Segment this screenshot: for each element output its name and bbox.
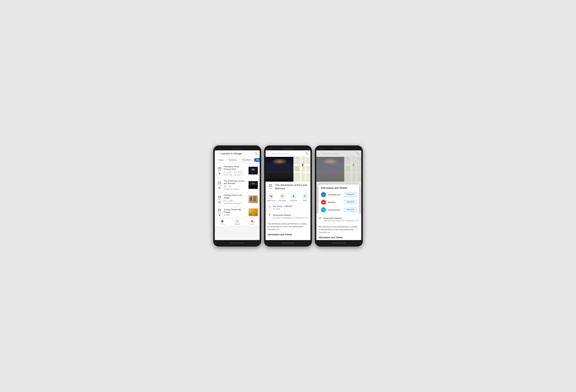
info-tickets-heading-3: Information and Tickets — [318, 235, 359, 240]
search-icon-1[interactable]: 🔍 — [255, 152, 258, 155]
venue-main-3: Snickerpark Stadium — [323, 217, 358, 220]
phone-2-header: ← Search for events 🔍 — [265, 150, 311, 157]
phone-3-camera — [321, 148, 322, 149]
share-icon: ⬆ — [304, 195, 306, 198]
event-title-section-2: 21 JUL The Adventures of Kira and Morris… — [265, 182, 311, 191]
action-get-tickets[interactable]: 🎫 Get tickets — [277, 193, 288, 201]
event-sub2-3: Union Park · Chicago, IL — [224, 202, 247, 205]
phone-2-speaker — [283, 148, 293, 149]
event-title-date-num-2: 21 — [268, 183, 274, 187]
event-item-1[interactable]: 20 JUL 🔖 Pitchspoon Music Festival 2018 … — [215, 164, 260, 178]
action-directions[interactable]: ◆ Directions — [288, 193, 299, 201]
chip-tomorrow[interactable]: Tomorrow — [227, 158, 239, 162]
nav-saved-label: Saved — [250, 223, 254, 225]
action-buttons-2: 🔖 Saved event 🎫 Get tickets ◆ Directions… — [265, 191, 311, 203]
phone-2: ← Search for events 🔍 📍 sheypar... — [264, 145, 312, 247]
phone-1-home-bar — [230, 243, 244, 243]
hero-concert-image — [265, 157, 293, 182]
below-popup-section: 📍 Snickerpark Stadium 100 West Snickerpa… — [316, 213, 361, 240]
clock-icon-2: 🕐 — [268, 205, 271, 208]
ticket-site-1: Ticketsite.com — [328, 194, 342, 196]
save-icon-2[interactable]: 🔖 — [217, 186, 222, 189]
tickets-popup: Information and Tickets 🏷 Ticketsite.com… — [318, 184, 359, 213]
info-tickets-heading-2: Information and Tickets — [265, 232, 311, 237]
map-road-v1 — [300, 157, 301, 182]
filter-chips-1: Today Tomorrow This Week This Weekend — [215, 157, 260, 163]
location-icon-2: 📍 — [268, 214, 271, 217]
save-icon-3[interactable]: 🔖 — [217, 201, 222, 203]
venue-row-2: 📍 Snickerpark Stadium 100 West Snickerpa… — [268, 212, 308, 221]
event-date-4: 22 JUL 🔖 — [217, 208, 222, 216]
phone-3-bottom-bar — [316, 242, 361, 244]
nav-for-you-label: For You — [220, 223, 225, 225]
phone-1-speaker — [232, 148, 243, 149]
tickets-icon: 🎫 — [281, 195, 284, 198]
event-date-month-4: JUL — [217, 211, 222, 213]
nav-saved[interactable]: 🔖 Saved — [245, 219, 260, 225]
saved-event-icon: 🔖 — [268, 193, 274, 199]
save-icon-4[interactable]: 🔖 — [217, 214, 222, 216]
action-share[interactable]: ⬆ Share — [299, 193, 311, 201]
save-icon-1[interactable]: 🔖 — [217, 172, 222, 175]
phone-2-camera — [270, 148, 272, 149]
detail-section-2: 🕐 Sat, Jul 21, 7 PM EDT in 2 days 📍 Snic… — [265, 203, 311, 232]
event-date-3: 22 JUL 🔖 — [217, 195, 222, 203]
ticket-btn-3[interactable]: TICKETS — [344, 208, 357, 212]
ticket-logo-2: ★ — [321, 200, 326, 205]
event-sub1-2: Sat, 7 PM — [224, 185, 247, 187]
ticket-logo-1: 🏷 — [321, 192, 326, 197]
event-date-month-3: JUL — [217, 198, 222, 200]
venue-info-2: Snickerpark Stadium 100 West Snickerpark… — [273, 214, 308, 219]
phone-2-home-bar — [281, 243, 295, 243]
action-saved-event[interactable]: 🔖 Saved event — [265, 193, 277, 201]
share-label: Share — [303, 200, 307, 201]
event-date-2: 21 JUL 🔖 — [217, 181, 222, 189]
stage-light — [271, 158, 288, 165]
event-name-1: Pitchspoon Music Festival 2018 — [224, 165, 247, 171]
event-name-3: Painting Class in the Studio — [224, 194, 247, 199]
back-button-2[interactable]: ← — [267, 152, 270, 155]
venue-row-3: 📍 Snickerpark Stadium 100 West Snickerpa… — [318, 215, 359, 224]
nav-for-you[interactable]: ➕ For You — [215, 219, 230, 225]
get-tickets-label: Get tickets — [279, 200, 286, 201]
phone-1-bottom-bar — [215, 242, 260, 244]
ticket-row-2: ★ DealHub TICKETS — [318, 198, 359, 206]
back-button-1[interactable]: ← — [217, 152, 219, 155]
hero-map[interactable]: 📍 sheypar... — [293, 157, 311, 182]
saved-event-label: Saved event — [267, 200, 275, 201]
directions-icon: ◆ — [293, 195, 294, 198]
chip-this-week[interactable]: This Week — [240, 158, 253, 162]
directions-icon-wrap: ◆ — [291, 193, 296, 199]
ticket-site-2: DealHub — [328, 201, 342, 203]
for-you-icon: ➕ — [221, 219, 224, 223]
event-date-month-1: JUL — [217, 170, 222, 172]
event-sub2-1: Union Park · Chicago, IL — [224, 174, 247, 176]
ticket-btn-2[interactable]: TICKETS — [344, 200, 357, 204]
chip-this-weekend[interactable]: This Weekend — [254, 158, 260, 162]
map-pin-2: 📍 — [301, 164, 305, 168]
event-date-num-2: 21 — [217, 181, 222, 184]
event-thumb-3 — [249, 195, 258, 203]
ticket-btn-1[interactable]: TICKETS — [344, 193, 357, 196]
event-name-2: The Adventures of Kira and Morrison — [224, 180, 247, 185]
event-sub2-2: Snickerpark Stadium — [224, 188, 247, 190]
ticket-row-1: 🏷 Ticketsite.com TICKETS — [318, 191, 359, 198]
event-date-num-1: 20 — [217, 167, 222, 170]
phone-3-screen: ← Search for events 🔍 📍 sh — [316, 150, 361, 240]
search-placeholder-2[interactable]: Search for events — [271, 152, 304, 155]
event-thumb-1 — [249, 167, 258, 175]
event-item-4[interactable]: 22 JUL 🔖 Sunday Feasts with Friends Sund… — [215, 207, 260, 218]
desc-link-2[interactable]: Ticketsite.com — [268, 228, 280, 231]
event-item-3[interactable]: 22 JUL 🔖 Painting Class in the Studio Su… — [215, 192, 260, 206]
nav-browse[interactable]: ⊞ Browse — [230, 219, 245, 225]
venue-sub-3: 100 West Snickerpark Dr, Snickertown, PA — [323, 220, 358, 222]
event-thumb-2 — [249, 181, 258, 189]
event-sub1-1: Fri, Jul 20 — Sun, Jul 22 — [224, 171, 247, 173]
search-icon-2[interactable]: 🔍 — [306, 152, 309, 155]
event-info-3: Painting Class in the Studio Sun, 12 AM … — [224, 194, 247, 205]
desc-link-3[interactable]: Ticketsite.com — [318, 231, 330, 234]
event-item-2[interactable]: 21 JUL 🔖 The Adventures of Kira and Morr… — [215, 178, 260, 192]
chip-today[interactable]: Today — [216, 158, 225, 162]
phone-2-screen: ← Search for events 🔍 📍 sheypar... — [265, 150, 311, 240]
map-label: sheypar... — [294, 157, 299, 158]
